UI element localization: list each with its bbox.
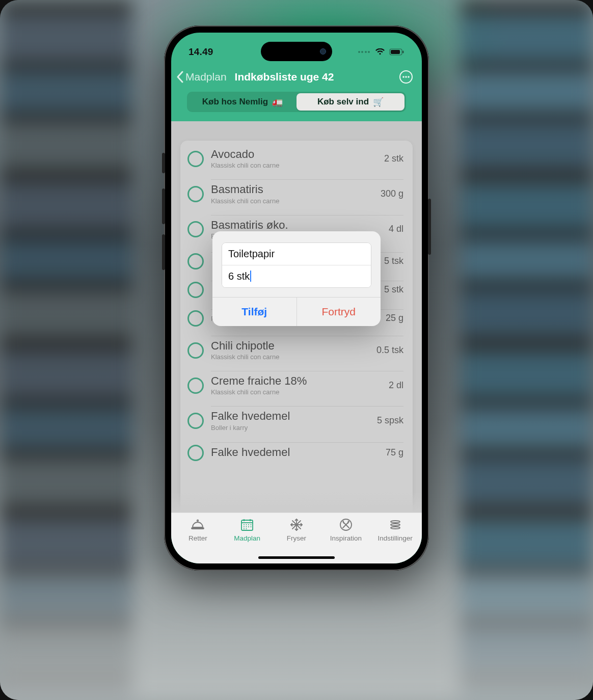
checkbox-circle[interactable] bbox=[187, 151, 204, 167]
tab-inspiration[interactable]: Inspiration bbox=[321, 517, 370, 542]
list-item-qty: 5 tsk bbox=[379, 256, 403, 266]
segment-nemlig[interactable]: Køb hos Nemlig 🚛 bbox=[188, 93, 296, 111]
tab-label: Indstillinger bbox=[378, 534, 412, 542]
checkbox-circle[interactable] bbox=[187, 413, 204, 429]
svg-point-19 bbox=[244, 528, 245, 529]
list-item-content: AvocadoKlassisk chili con carne2 stk bbox=[211, 145, 403, 170]
list-item-textcol: AvocadoKlassisk chili con carne bbox=[211, 148, 279, 169]
back-button[interactable]: Madplan bbox=[176, 71, 227, 83]
list-item-qty: 75 g bbox=[381, 447, 403, 458]
dialog-button-row: Tilføj Fortryd bbox=[212, 297, 381, 326]
tab-bar: Retter bbox=[171, 513, 422, 563]
list-item[interactable]: Falke hvedemelBoller i karry5 spsk bbox=[180, 402, 413, 437]
dialog-add-button[interactable]: Tilføj bbox=[212, 298, 296, 326]
list-item-textcol: BasmatirisKlassisk chili con carne bbox=[211, 183, 279, 204]
svg-point-20 bbox=[246, 528, 247, 529]
list-item-qty: 4 dl bbox=[384, 224, 403, 234]
cart-icon: 🛒 bbox=[373, 97, 384, 107]
svg-point-18 bbox=[251, 526, 252, 527]
phone-side-button bbox=[162, 189, 165, 224]
text-caret bbox=[250, 271, 251, 282]
list-item-qty: 2 stk bbox=[379, 153, 403, 164]
list-item-name: Falke hvedemel bbox=[211, 446, 290, 459]
checkbox-circle[interactable] bbox=[187, 378, 204, 394]
svg-point-6 bbox=[408, 76, 410, 78]
checkbox-circle[interactable] bbox=[187, 221, 204, 237]
phone-side-button bbox=[162, 153, 165, 173]
back-label: Madplan bbox=[185, 71, 227, 83]
checkbox-circle[interactable] bbox=[187, 253, 204, 270]
phone-side-button bbox=[162, 234, 165, 270]
dialog-cancel-button[interactable]: Fortryd bbox=[296, 298, 381, 326]
tab-indstillinger[interactable]: Indstillinger bbox=[370, 517, 420, 542]
list-item-qty: 0.5 tsk bbox=[371, 345, 403, 356]
svg-point-15 bbox=[244, 526, 245, 527]
list-item-qty: 5 stk bbox=[379, 284, 403, 295]
tab-madplan[interactable]: Madplan bbox=[223, 517, 272, 542]
list-item-content: Falke hvedemel75 g bbox=[211, 442, 403, 461]
status-time: 14.49 bbox=[188, 46, 213, 58]
chevron-left-icon bbox=[176, 71, 183, 83]
list-item-textcol: Chili chipotleKlassisk chili con carne bbox=[211, 339, 279, 361]
list-item-textcol: Falke hvedemel bbox=[211, 446, 290, 460]
list-item[interactable]: AvocadoKlassisk chili con carne2 stk bbox=[180, 141, 413, 175]
checkbox-circle[interactable] bbox=[187, 310, 204, 327]
tab-label: Retter bbox=[188, 534, 207, 542]
list-item-content: Chili chipotleKlassisk chili con carne0.… bbox=[211, 336, 403, 362]
tab-fryser[interactable]: Fryser bbox=[272, 517, 321, 542]
list-item-name: Avocado bbox=[211, 148, 279, 160]
list-item-sub: Klassisk chili con carne bbox=[211, 197, 279, 205]
more-button[interactable] bbox=[398, 69, 414, 85]
list-item-name: Falke hvedemel bbox=[211, 410, 290, 422]
list-item-qty: 300 g bbox=[375, 189, 403, 199]
svg-point-16 bbox=[246, 526, 247, 527]
list-item[interactable]: Falke hvedemel75 g bbox=[180, 438, 413, 466]
tab-label: Madplan bbox=[234, 534, 260, 542]
list-item-sub: Klassisk chili con carne bbox=[211, 388, 307, 396]
svg-point-5 bbox=[405, 76, 407, 78]
checkbox-circle[interactable] bbox=[187, 445, 204, 461]
marketing-stage: 14.49 bbox=[0, 0, 593, 700]
menu-stack-icon bbox=[388, 517, 403, 532]
item-name-field[interactable]: Toiletpapir bbox=[222, 243, 371, 265]
phone-screen: 14.49 bbox=[171, 33, 422, 563]
page-title: Indkøbsliste uge 42 bbox=[235, 71, 398, 83]
list-item-content: Falke hvedemelBoller i karry5 spsk bbox=[211, 406, 403, 432]
list-item[interactable]: Chili chipotleKlassisk chili con carne0.… bbox=[180, 332, 413, 367]
segment-selv-label: Køb selv ind bbox=[317, 97, 369, 107]
checkbox-circle[interactable] bbox=[187, 282, 204, 298]
list-item-name: Basmatiris bbox=[211, 183, 279, 196]
wifi-icon bbox=[375, 48, 385, 56]
phone-frame: 14.49 bbox=[164, 25, 429, 571]
item-qty-field[interactable]: 6 stk bbox=[222, 265, 371, 287]
truck-icon: 🚛 bbox=[272, 97, 283, 107]
svg-point-13 bbox=[248, 524, 249, 525]
svg-point-12 bbox=[246, 524, 247, 525]
front-camera bbox=[320, 48, 326, 55]
list-item-name: Basmatiris øko. bbox=[211, 219, 288, 231]
svg-rect-2 bbox=[402, 51, 403, 53]
list-item-name: Chili chipotle bbox=[211, 339, 279, 352]
purchase-segment: Køb hos Nemlig 🚛 Køb selv ind 🛒 bbox=[187, 92, 406, 112]
segment-selv[interactable]: Køb selv ind 🛒 bbox=[296, 93, 405, 111]
tab-label: Inspiration bbox=[330, 534, 362, 542]
checkbox-circle[interactable] bbox=[187, 186, 204, 202]
list-item-sub: Boller i karry bbox=[211, 424, 290, 432]
checkbox-circle[interactable] bbox=[187, 342, 204, 359]
list-item-textcol: Falke hvedemelBoller i karry bbox=[211, 410, 290, 431]
list-item-qty: 2 dl bbox=[384, 380, 403, 391]
phone-side-button bbox=[428, 199, 431, 255]
svg-rect-1 bbox=[391, 50, 400, 54]
status-dots-icon bbox=[358, 51, 370, 53]
tab-retter[interactable]: Retter bbox=[173, 517, 223, 542]
svg-point-4 bbox=[402, 76, 405, 78]
svg-point-14 bbox=[251, 524, 252, 525]
list-item-sub: Klassisk chili con carne bbox=[211, 161, 279, 169]
dialog-input-group: Toiletpapir 6 stk bbox=[222, 243, 371, 288]
list-item-content: Creme fraiche 18%Klassisk chili con carn… bbox=[211, 371, 403, 397]
list-item[interactable]: Creme fraiche 18%Klassisk chili con carn… bbox=[180, 367, 413, 402]
list-item[interactable]: BasmatirisKlassisk chili con carne300 g bbox=[180, 175, 413, 210]
nav-row: Madplan Indkøbsliste uge 42 bbox=[171, 64, 422, 92]
list-item-qty: 25 g bbox=[381, 313, 403, 324]
list-item-content: BasmatirisKlassisk chili con carne300 g bbox=[211, 179, 403, 205]
